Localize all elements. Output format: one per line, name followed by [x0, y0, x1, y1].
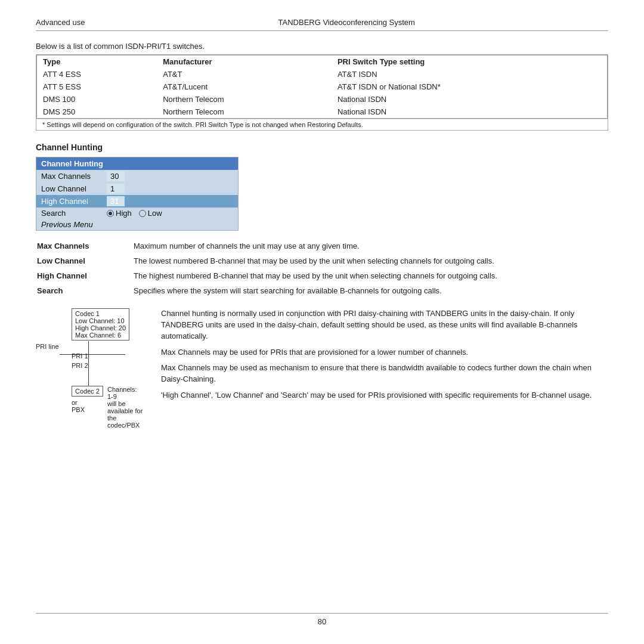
- isdn-table-header-row: Type Manufacturer PRI Switch Type settin…: [37, 55, 608, 69]
- menu-label-prev: Previous Menu: [41, 220, 107, 229]
- pri-diagram: Codec 1 Low Channel: 10 High Channel: 20…: [36, 308, 149, 434]
- radio-low-circle: [139, 210, 146, 217]
- desc-row-search: Search Specifies where the system will s…: [37, 285, 607, 299]
- menu-label-search: Search: [41, 209, 107, 218]
- hline1: [60, 354, 125, 355]
- isdn-cell-0-0: ATT 4 ESS: [37, 68, 157, 80]
- col-pri: PRI Switch Type setting: [332, 55, 608, 69]
- channels-label: Channels: 1-9will be available forthe co…: [107, 386, 143, 429]
- menu-row-search[interactable]: Search High Low: [36, 208, 238, 219]
- page-header: Advanced use TANDBERG Videoconferencing …: [36, 18, 608, 31]
- desc-term-search: Search: [37, 285, 132, 299]
- pri-text-3: Max Channels may be used as mechanism to…: [161, 363, 608, 385]
- menu-value-high: 31: [107, 196, 125, 206]
- radio-high-label: High: [116, 209, 132, 218]
- descriptions-table: Max Channels Maximum number of channels …: [36, 239, 608, 300]
- menu-label-max: Max Channels: [41, 172, 107, 181]
- page-number: 80: [318, 617, 326, 626]
- desc-text-search: Specifies where the system will start se…: [134, 285, 607, 299]
- isdn-row-0: ATT 4 ESSAT&TAT&T ISDN: [37, 68, 608, 80]
- isdn-cell-1-2: AT&T ISDN or National ISDN*: [332, 80, 608, 93]
- desc-text-max: Maximum number of channels the unit may …: [134, 240, 607, 254]
- vline1: [88, 341, 89, 354]
- desc-term-max: Max Channels: [37, 240, 132, 254]
- pri-section: Codec 1 Low Channel: 10 High Channel: 20…: [36, 308, 608, 434]
- menu-row-low-channel[interactable]: Low Channel 1: [36, 182, 238, 195]
- isdn-row-2: DMS 100Northern TelecomNational ISDN: [37, 93, 608, 106]
- isdn-intro: Below is a list of common ISDN-PRI/T1 sw…: [36, 42, 608, 51]
- codec1-low: Low Channel: 10: [75, 317, 126, 324]
- radio-high-circle: [107, 210, 114, 217]
- desc-text-high: The highest numbered B-channel that may …: [134, 270, 607, 284]
- header-left: Advanced use: [36, 18, 85, 27]
- menu-row-high-channel[interactable]: High Channel 31: [36, 195, 238, 208]
- pri-texts: Channel hunting is normally used in conj…: [161, 308, 608, 406]
- page-footer: 80: [36, 613, 608, 626]
- codec1-max: Max Channel: 6: [75, 332, 126, 339]
- pri2-label: PRI 2: [72, 362, 88, 369]
- isdn-section: Below is a list of common ISDN-PRI/T1 sw…: [36, 42, 608, 131]
- menu-label-high: High Channel: [41, 197, 107, 206]
- pri1-label: PRI 1: [72, 352, 88, 360]
- channel-hunting-section: Channel Hunting Channel Hunting Max Chan…: [36, 143, 608, 434]
- menu-value-low: 1: [107, 184, 125, 194]
- pri-line-label: PRI line: [36, 343, 59, 350]
- isdn-cell-1-1: AT&T/Lucent: [157, 80, 332, 93]
- isdn-cell-0-2: AT&T ISDN: [332, 68, 608, 80]
- vline2: [88, 354, 89, 388]
- isdn-cell-0-1: AT&T: [157, 68, 332, 80]
- channel-hunting-title: Channel Hunting: [36, 143, 608, 152]
- channel-hunting-menu: Channel Hunting Max Channels 30 Low Chan…: [36, 157, 239, 231]
- page: Advanced use TANDBERG Videoconferencing …: [0, 0, 644, 644]
- pri-text-2: Max Channels may be used for PRIs that a…: [161, 347, 608, 358]
- desc-row-max: Max Channels Maximum number of channels …: [37, 240, 607, 254]
- isdn-cell-2-2: National ISDN: [332, 93, 608, 106]
- isdn-cell-1-0: ATT 5 ESS: [37, 80, 157, 93]
- col-type: Type: [37, 55, 157, 69]
- pri-text-4: 'High Channel', 'Low Channel' and 'Searc…: [161, 390, 608, 401]
- header-center: TANDBERG Videoconferencing System: [278, 18, 415, 27]
- desc-text-low: The lowest numbered B-channel that may b…: [134, 255, 607, 269]
- isdn-cell-3-2: National ISDN: [332, 106, 608, 119]
- or-pbx-label: orPBX: [72, 399, 85, 413]
- isdn-row-3: DMS 250Northern TelecomNational ISDN: [37, 106, 608, 119]
- menu-value-max: 30: [107, 171, 125, 181]
- radio-low[interactable]: Low: [139, 209, 162, 218]
- radio-low-label: Low: [148, 209, 162, 218]
- col-manufacturer: Manufacturer: [157, 55, 332, 69]
- isdn-cell-3-1: Northern Telecom: [157, 106, 332, 119]
- pri-text-1: Channel hunting is normally used in conj…: [161, 308, 608, 342]
- desc-term-high: High Channel: [37, 270, 132, 284]
- search-radio-group: High Low: [107, 209, 162, 218]
- radio-high[interactable]: High: [107, 209, 132, 218]
- isdn-cell-2-0: DMS 100: [37, 93, 157, 106]
- desc-row-high: High Channel The highest numbered B-chan…: [37, 270, 607, 284]
- isdn-footnote: * Settings will depend on configuration …: [36, 119, 608, 130]
- isdn-table: Type Manufacturer PRI Switch Type settin…: [36, 55, 608, 119]
- codec2-box: Codec 2: [72, 386, 103, 397]
- desc-term-low: Low Channel: [37, 255, 132, 269]
- menu-label-low: Low Channel: [41, 184, 107, 193]
- codec1-label: Codec 1: [75, 310, 126, 317]
- menu-header: Channel Hunting: [36, 157, 238, 170]
- codec1-high: High Channel: 20: [75, 324, 126, 332]
- isdn-cell-3-0: DMS 250: [37, 106, 157, 119]
- menu-row-max-channels[interactable]: Max Channels 30: [36, 170, 238, 182]
- codec1-box: Codec 1 Low Channel: 10 High Channel: 20…: [72, 308, 129, 340]
- menu-row-previous[interactable]: Previous Menu: [36, 219, 238, 230]
- isdn-row-1: ATT 5 ESSAT&T/LucentAT&T ISDN or Nationa…: [37, 80, 608, 93]
- isdn-table-wrapper: Type Manufacturer PRI Switch Type settin…: [36, 54, 608, 131]
- diagram-container: Codec 1 Low Channel: 10 High Channel: 20…: [36, 308, 143, 434]
- isdn-cell-2-1: Northern Telecom: [157, 93, 332, 106]
- desc-row-low: Low Channel The lowest numbered B-channe…: [37, 255, 607, 269]
